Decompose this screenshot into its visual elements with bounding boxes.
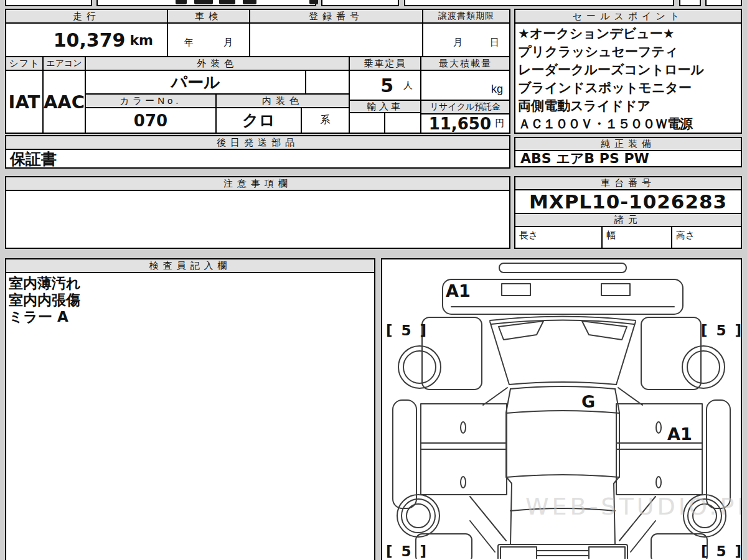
sales-point-item: 両側電動スライドドア — [518, 97, 741, 115]
cropped-text-fragment — [219, 0, 235, 4]
inspector-notes-header: 検査員記入欄 — [5, 258, 375, 273]
front-left-wheel — [398, 346, 441, 388]
sales-point-item: ＡＣ１００Ｖ・１５００Ｗ電源 — [518, 115, 741, 133]
exterior-color-header: 外装色 — [85, 56, 350, 71]
max-load-header: 最大積載量 — [420, 56, 510, 71]
cropped-row-cell — [5, 0, 92, 6]
spec-length-cell: 長さ — [514, 226, 603, 249]
mileage-unit: km — [129, 32, 153, 48]
mark-front-bumper: A1 — [446, 281, 471, 301]
rear-quarter-right — [651, 534, 707, 559]
front-right-wheel — [682, 346, 725, 388]
door-handle — [656, 477, 661, 488]
inspection-year-label: 年 — [184, 37, 194, 49]
shipped-later-header: 後日発送部品 — [5, 135, 510, 150]
recycle-deposit-unit: 円 — [495, 118, 504, 129]
car-damage-diagram: WEB-STUDIO.PRO A1 G A1 [ 5 ] [ 5 ] [ 5 ]… — [382, 259, 741, 559]
front-grille-right — [601, 284, 630, 296]
aircon-value: AAC — [42, 70, 86, 134]
import-value-cell — [384, 112, 421, 134]
front-left-wheel — [403, 351, 436, 383]
windshield-side — [490, 322, 509, 385]
windshield-bottom — [510, 386, 615, 389]
inspection-value: 年 月 — [167, 22, 250, 57]
capacity-value: 5 人 — [349, 70, 421, 101]
a-pillar-fold — [483, 388, 507, 405]
transfer-deadline-value: 月 日 — [422, 22, 510, 57]
capacity-header: 乗車定員 — [349, 56, 421, 71]
mark-right-rear-door: A1 — [667, 424, 692, 444]
windshield-bottom — [509, 382, 616, 385]
exterior-color-value: パール — [85, 70, 306, 95]
max-load-value: kg — [420, 70, 510, 101]
spec-width-cell: 幅 — [601, 226, 672, 249]
wiper-right — [582, 321, 627, 340]
windshield-side — [616, 322, 636, 385]
cropped-row-cell — [705, 0, 742, 6]
front-right-wheel — [687, 351, 720, 383]
door-handle — [656, 422, 661, 433]
cautions-body — [5, 190, 510, 249]
inspection-month-label: 月 — [223, 37, 233, 49]
inspection-header: 車検 — [167, 9, 250, 24]
shipped-later-value: 保証書 — [5, 149, 510, 169]
front-bumper — [443, 279, 683, 314]
import-header: 輸入車 — [349, 100, 421, 113]
tire-grade-top-left: [ 5 ] — [386, 322, 428, 338]
rear-bumper-recess — [589, 547, 625, 559]
sales-point-item: ★オークションデビュー★ — [518, 25, 741, 43]
color-no-value: 070 — [85, 107, 217, 134]
d-pillar-fold — [470, 521, 495, 552]
roof-strip — [499, 263, 626, 273]
color-no-header: カラーNo. — [85, 93, 217, 108]
rocker-panel-right — [707, 400, 730, 508]
watermark-text: WEB-STUDIO.PRO — [525, 493, 741, 520]
cropped-row-cell — [679, 0, 701, 6]
interior-color-suffix: 系 — [301, 107, 350, 134]
sales-points-header: セールスポイント — [514, 9, 742, 24]
inspector-notes-body: 室内薄汚れ 室内内張傷 ミラー A — [5, 272, 375, 560]
wiper-left — [499, 321, 543, 340]
door-handle — [461, 422, 466, 433]
mileage-header: 走行 — [5, 9, 168, 24]
damage-diagram-panel: WEB-STUDIO.PRO A1 G A1 [ 5 ] [ 5 ] [ 5 ]… — [381, 258, 742, 560]
inspector-note-line: ミラー A — [9, 309, 374, 325]
door-handle — [461, 477, 466, 488]
chassis-no-value: MXPL10-1026283 — [514, 189, 742, 214]
inspector-note-line: 室内内張傷 — [9, 292, 374, 309]
aircon-header: エアコン — [42, 56, 86, 71]
sales-point-item: レーダークルーズコントロール — [518, 61, 741, 79]
cautions-header: 注意事項欄 — [5, 176, 510, 191]
rear-bumper-recess — [500, 547, 537, 559]
a-pillar-fold — [618, 388, 642, 405]
sales-point-item: ブラインドスポットモニター — [518, 79, 741, 97]
tire-grade-top-right: [ 5 ] — [701, 322, 741, 338]
mileage-number: 10,379 — [54, 29, 126, 51]
exterior-color-extra-cell — [305, 70, 350, 95]
import-value-cell — [349, 112, 385, 134]
inspector-note-line: 室内薄汚れ — [9, 275, 374, 292]
cropped-row-cell — [321, 0, 399, 6]
mark-windshield: G — [581, 392, 595, 411]
cropped-row-cell — [404, 0, 674, 6]
max-load-unit: kg — [491, 83, 503, 96]
interior-color-value: クロ — [215, 107, 302, 134]
genuine-equipment-value: ABS エアB PS PW — [514, 150, 742, 167]
sales-point-item: プリクラッシュセーフティ — [518, 43, 741, 61]
registration-value — [249, 22, 423, 57]
specs-header: 諸元 — [514, 213, 742, 227]
recycle-deposit-number: 11,650 — [429, 114, 491, 133]
cropped-text-fragment — [194, 0, 213, 4]
deadline-month-label: 月 — [453, 37, 463, 49]
chassis-no-header: 車台番号 — [514, 176, 742, 190]
front-grille-left — [502, 284, 530, 296]
cropped-text-fragment — [243, 0, 256, 4]
shift-value: IAT — [5, 70, 44, 134]
tire-grade-bottom-right: [ 5 ] — [701, 543, 741, 559]
transfer-deadline-header: 譲渡書類期限 — [422, 9, 510, 24]
sales-points-list: ★オークションデビュー★ プリクラッシュセーフティ レーダークルーズコントロール… — [514, 22, 742, 134]
tire-grade-bottom-left: [ 5 ] — [386, 543, 428, 559]
cowl-arc — [491, 320, 634, 325]
cropped-text-fragment — [309, 0, 318, 4]
spec-height-cell: 高さ — [671, 226, 742, 249]
